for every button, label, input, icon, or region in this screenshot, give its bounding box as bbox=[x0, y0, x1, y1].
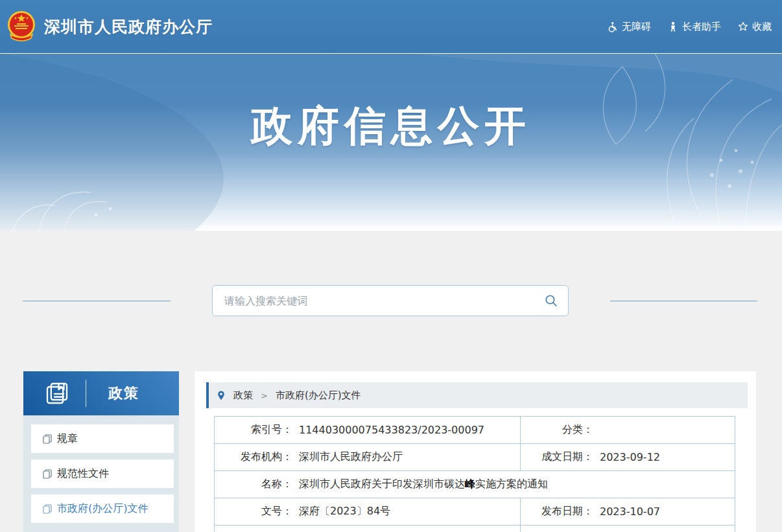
document-icon bbox=[43, 434, 52, 444]
site-brand[interactable]: 深圳市人民政府办公厅 bbox=[6, 8, 213, 45]
search-input[interactable] bbox=[213, 286, 541, 316]
elder-icon bbox=[668, 21, 678, 32]
sidebar-title: 政策 bbox=[108, 384, 139, 403]
star-icon bbox=[738, 21, 748, 32]
breadcrumb-separator: > bbox=[261, 391, 268, 400]
table-row: 名称： 深圳市人民政府关于印发深圳市碳达峰实施方案的通知 bbox=[215, 471, 735, 498]
breadcrumb: 政策 > 市政府(办公厅)文件 bbox=[206, 382, 748, 408]
cell-category: 分类： bbox=[521, 417, 735, 443]
search-highlighted-char: 峰 bbox=[465, 478, 475, 490]
search-icon bbox=[545, 294, 558, 307]
banner: 政府信息公开 bbox=[0, 53, 782, 231]
search-box bbox=[212, 285, 569, 316]
breadcrumb-item-current[interactable]: 市政府(办公厅)文件 bbox=[276, 389, 361, 402]
policy-sidebar: 政策 规章 规范性文件 bbox=[23, 371, 179, 532]
elder-helper-link[interactable]: 长者助手 bbox=[668, 21, 721, 33]
accessibility-link[interactable]: 无障碍 bbox=[607, 21, 651, 33]
site-title: 深圳市人民政府办公厅 bbox=[44, 16, 213, 38]
sidebar-item-municipal-government-documents[interactable]: 市政府(办公厅)文件 bbox=[31, 494, 174, 523]
table-row: 发布机构： 深圳市人民政府办公厅 成文日期： 2023-09-12 bbox=[215, 444, 735, 471]
document-name-value: 深圳市人民政府关于印发深圳市碳达峰实施方案的通知 bbox=[299, 478, 548, 491]
favorite-link[interactable]: 收藏 bbox=[738, 21, 772, 33]
national-emblem-icon bbox=[6, 8, 36, 45]
document-icon bbox=[43, 469, 52, 479]
sidebar-header-divider bbox=[86, 380, 86, 407]
sidebar-header: 政策 bbox=[23, 371, 179, 415]
top-utility-links: 无障碍 长者助手 收藏 bbox=[607, 21, 772, 33]
document-icon bbox=[43, 504, 52, 514]
cell-publish-date: 发布日期： 2023-10-07 bbox=[521, 498, 735, 525]
decorative-line-left bbox=[23, 301, 171, 301]
table-row: 文号： 深府〔2023〕84号 发布日期： 2023-10-07 bbox=[215, 498, 735, 526]
wheelchair-icon bbox=[607, 21, 618, 32]
cell-written-date: 成文日期： 2023-09-12 bbox=[521, 444, 735, 470]
decorative-line-right bbox=[610, 301, 757, 301]
book-icon bbox=[44, 380, 70, 406]
page-title: 政府信息公开 bbox=[0, 98, 782, 154]
cell-document-name: 名称： 深圳市人民政府关于印发深圳市碳达峰实施方案的通知 bbox=[215, 471, 735, 498]
sidebar-item-normative-documents[interactable]: 规范性文件 bbox=[31, 459, 174, 488]
content-area: 政策 规章 规范性文件 bbox=[0, 231, 782, 532]
breadcrumb-item-policy[interactable]: 政策 bbox=[233, 389, 253, 402]
sidebar-item-regulations[interactable]: 规章 bbox=[31, 424, 174, 453]
table-row-partial bbox=[215, 526, 735, 532]
cell-index-number: 索引号： 114403000075433823/2023-00097 bbox=[215, 417, 521, 443]
table-row: 索引号： 114403000075433823/2023-00097 分类： bbox=[215, 417, 735, 444]
top-header-bar: 深圳市人民政府办公厅 无障碍 长者助手 bbox=[0, 0, 782, 53]
document-detail-card: 政策 > 市政府(办公厅)文件 索引号： 114403000075433823/… bbox=[195, 371, 756, 532]
search-button[interactable] bbox=[541, 294, 568, 307]
document-info-table: 索引号： 114403000075433823/2023-00097 分类： 发… bbox=[214, 416, 735, 532]
location-pin-icon bbox=[217, 390, 226, 401]
sidebar-panel: 规章 规范性文件 市政府(办公厅)文件 bbox=[23, 415, 179, 532]
cell-issuing-organization: 发布机构： 深圳市人民政府办公厅 bbox=[215, 444, 521, 470]
cell-document-number: 文号： 深府〔2023〕84号 bbox=[215, 498, 521, 525]
